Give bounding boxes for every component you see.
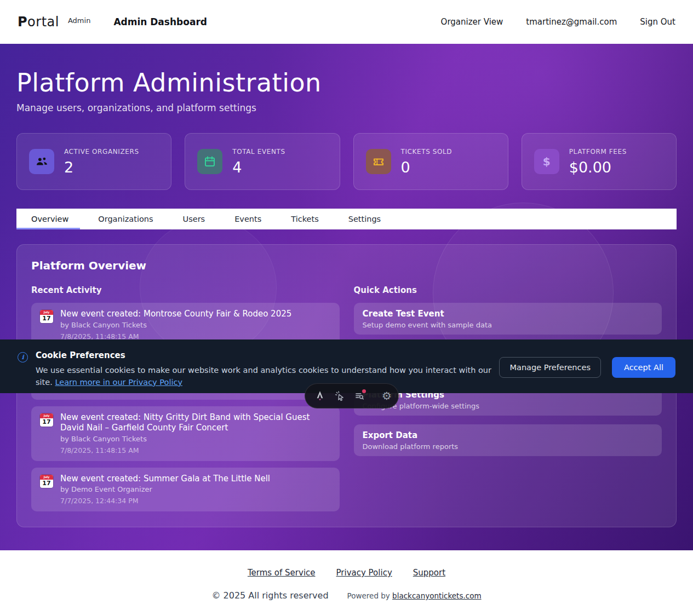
calendar-icon: [197, 149, 222, 174]
privacy-link[interactable]: Learn more in our Privacy Policy: [55, 378, 182, 387]
admin-badge: Admin: [68, 16, 90, 25]
tab-events[interactable]: Events: [220, 209, 276, 229]
calendar-day: 17: [40, 480, 53, 487]
admin-tabs: Overview Organizations Users Events Tick…: [16, 209, 677, 229]
top-header: Portal Admin Admin Dashboard Organizer V…: [0, 0, 693, 44]
calendar-day: 17: [40, 418, 53, 426]
stat-card-platform-fees: $ PLATFORM FEES $0.00: [522, 133, 677, 190]
stat-label: ACTIVE ORGANIZERS: [64, 148, 139, 156]
sign-out-link[interactable]: Sign Out: [640, 17, 675, 27]
calendar-month: July: [40, 475, 53, 480]
tab-tickets[interactable]: Tickets: [276, 209, 333, 229]
info-icon: i: [18, 352, 28, 362]
calendar-emoji-icon: July 17: [40, 413, 53, 427]
notification-dot: [362, 389, 366, 393]
tab-settings[interactable]: Settings: [334, 209, 396, 229]
tab-overview[interactable]: Overview: [16, 209, 83, 229]
quick-action-sublabel: Configure platform-wide settings: [363, 402, 654, 410]
audit-icon[interactable]: [354, 389, 365, 402]
ticket-icon: [366, 149, 391, 174]
page-subtitle: Manage users, organizations, and platfor…: [16, 102, 677, 113]
logo-initial: P: [18, 14, 27, 30]
activity-title: New event created: Summer Gala at The Li…: [60, 474, 270, 484]
nav-user-email: tmartinez@gmail.com: [526, 17, 617, 27]
nav-organizer-view[interactable]: Organizer View: [441, 17, 503, 27]
astro-logo-icon[interactable]: [314, 389, 326, 402]
stat-label: PLATFORM FEES: [569, 148, 627, 156]
stat-label: TOTAL EVENTS: [232, 148, 285, 156]
quick-actions-title: Quick Actions: [354, 285, 662, 295]
stat-label: TICKETS SOLD: [401, 148, 453, 156]
dollar-glyph: $: [543, 155, 551, 168]
accept-all-button[interactable]: Accept All: [612, 357, 675, 378]
activity-timestamp: 7/8/2025, 11:48:15 AM: [60, 446, 331, 454]
activity-title: New event created: Montrose County Fair …: [60, 309, 291, 319]
dev-toolbar: ⚙: [305, 383, 399, 408]
recent-activity-section: Recent Activity July 17 New event create…: [31, 285, 340, 518]
quick-action-create-test-event[interactable]: Create Test Event Setup demo event with …: [354, 303, 662, 335]
privacy-policy-link[interactable]: Privacy Policy: [336, 568, 392, 578]
tab-organizations[interactable]: Organizations: [83, 209, 168, 229]
panel-title: Platform Overview: [31, 259, 662, 272]
quick-action-label: Export Data: [363, 430, 654, 440]
powered-prefix: Powered by: [347, 591, 393, 600]
inspect-cursor-icon[interactable]: [334, 389, 346, 402]
stat-card-tickets-sold: TICKETS SOLD 0: [353, 133, 508, 190]
activity-timestamp: 7/7/2025, 12:44:34 PM: [60, 497, 270, 505]
gear-glyph: ⚙: [382, 390, 392, 401]
calendar-emoji-icon: July 17: [40, 310, 53, 323]
calendar-month: July: [40, 413, 53, 418]
dollar-icon: $: [534, 149, 559, 174]
app-logo[interactable]: Portal: [18, 14, 59, 30]
stats-row: ACTIVE ORGANIZERS 2 TOTAL EVENTS 4: [16, 133, 677, 190]
quick-action-sublabel: Download platform reports: [363, 442, 654, 451]
copyright-text: © 2025 All rights reserved: [211, 590, 328, 601]
cookie-title: Cookie Preferences: [36, 350, 499, 360]
activity-item: July 17 New event created: Nitty Gritty …: [31, 406, 340, 461]
recent-activity-title: Recent Activity: [31, 285, 340, 295]
calendar-month: July: [40, 310, 53, 315]
footer-links: Terms of Service Privacy Policy Support: [248, 568, 445, 578]
page-context-title: Admin Dashboard: [113, 16, 207, 27]
stat-value: $0.00: [569, 159, 627, 176]
quick-actions-section: Quick Actions Create Test Event Setup de…: [354, 285, 662, 518]
quick-action-export-data[interactable]: Export Data Download platform reports: [354, 424, 662, 456]
quick-action-label: Create Test Event: [363, 309, 654, 319]
activity-title: New event created: Nitty Gritty Dirt Ban…: [60, 412, 331, 433]
logo-rest: ortal: [27, 14, 59, 30]
manage-preferences-button[interactable]: Manage Preferences: [499, 357, 601, 378]
stat-value: 2: [64, 159, 139, 176]
calendar-day: 17: [40, 315, 53, 323]
people-icon: [29, 149, 54, 174]
tab-users[interactable]: Users: [168, 209, 220, 229]
stat-value: 0: [401, 159, 453, 176]
support-link[interactable]: Support: [413, 568, 445, 578]
activity-by: by Black Canyon Tickets: [60, 321, 291, 329]
calendar-emoji-icon: July 17: [40, 475, 53, 488]
terms-link[interactable]: Terms of Service: [248, 568, 316, 578]
powered-link[interactable]: blackcanyontickets.com: [392, 591, 481, 600]
activity-by: by Black Canyon Tickets: [60, 435, 331, 443]
page-title: Platform Administration: [16, 44, 677, 97]
site-footer: Terms of Service Privacy Policy Support …: [0, 550, 693, 616]
activity-item: July 17 New event created: Summer Gala a…: [31, 468, 340, 512]
quick-action-sublabel: Setup demo event with sample data: [363, 321, 654, 329]
powered-by-text: Powered by blackcanyontickets.com: [347, 591, 482, 600]
settings-gear-icon[interactable]: ⚙: [382, 389, 392, 402]
activity-by: by Demo Event Organizer: [60, 485, 270, 493]
admin-main-section: Platform Administration Manage users, or…: [0, 44, 693, 550]
stat-card-total-events: TOTAL EVENTS 4: [185, 133, 340, 190]
stat-card-active-organizers: ACTIVE ORGANIZERS 2: [16, 133, 171, 190]
stat-value: 4: [232, 159, 285, 176]
cookie-body: We use essential cookies to make our web…: [36, 365, 499, 389]
header-nav: Organizer View tmartinez@gmail.com Sign …: [441, 17, 675, 27]
